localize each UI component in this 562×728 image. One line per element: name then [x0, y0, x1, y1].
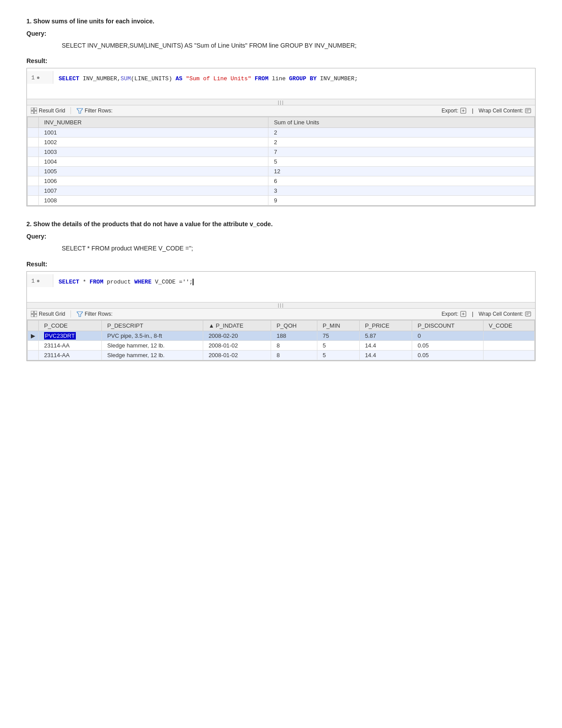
- table-row[interactable]: 10045: [28, 157, 535, 167]
- toolbar-1: Result Grid Filter Rows: Export: | Wrap …: [27, 105, 535, 116]
- svg-rect-8: [525, 108, 531, 113]
- scroll-area-2[interactable]: |||: [27, 302, 535, 309]
- line-number-1: 1 ●: [27, 71, 53, 84]
- result-panel-1: 1 ● SELECT INV_NUMBER,SUM(LINE_UNITS) AS…: [26, 68, 536, 206]
- table-row[interactable]: ▶ PVC23DRT PVC pipe, 3.5-in., 8-ft 2008-…: [28, 331, 535, 340]
- col-p-code: P_CODE: [39, 320, 102, 331]
- export-icon-1: [460, 107, 467, 114]
- svg-rect-3: [34, 111, 37, 114]
- col-v-code: V_CODE: [483, 320, 534, 331]
- col-p-descript: P_DESCRIPT: [102, 320, 203, 331]
- svg-rect-12: [34, 311, 37, 314]
- query-text-2: SELECT * FROM product WHERE V_CODE ='';: [62, 243, 536, 253]
- wrap-icon-1: [525, 107, 532, 114]
- query-label-1: Query:: [26, 30, 536, 37]
- col-p-qoh: P_QOH: [271, 320, 317, 331]
- svg-rect-2: [31, 111, 33, 114]
- table-row[interactable]: 23114-AA Sledge hammer, 12 lb. 2008-01-0…: [28, 340, 535, 350]
- export-label-2: Export:: [442, 311, 458, 317]
- filter-rows-btn-2[interactable]: Filter Rows:: [76, 310, 112, 317]
- sql-editor-2[interactable]: 1 ● SELECT * FROM product WHERE V_CODE =…: [27, 272, 535, 302]
- svg-rect-0: [31, 108, 33, 110]
- table-row[interactable]: 10073: [28, 186, 535, 196]
- grid-icon-2: [30, 310, 37, 317]
- grid-icon-1: [30, 107, 37, 114]
- table-row[interactable]: 100512: [28, 167, 535, 176]
- query-label-2: Query:: [26, 233, 536, 240]
- wrap-cell-btn-1[interactable]: Wrap Cell Content:: [479, 107, 532, 114]
- section-2: 2. Show the details of the products that…: [26, 220, 536, 361]
- svg-rect-13: [31, 314, 33, 317]
- scroll-area-1[interactable]: |||: [27, 99, 535, 105]
- col-p-price: P_PRICE: [359, 320, 412, 331]
- table-header-row-1: INV_NUMBER Sum of Line Units: [28, 117, 535, 128]
- svg-rect-1: [34, 108, 37, 110]
- result-grid-label-2: Result Grid: [39, 311, 65, 317]
- export-btn-2[interactable]: Export:: [442, 310, 467, 317]
- col-p-discount: P_DISCOUNT: [412, 320, 483, 331]
- table-row[interactable]: 10066: [28, 176, 535, 186]
- filter-rows-label-1: Filter Rows:: [85, 108, 112, 114]
- table-row[interactable]: 10022: [28, 138, 535, 147]
- wrap-cell-btn-2[interactable]: Wrap Cell Content:: [479, 310, 532, 317]
- question-1: 1. Show sums of line units for each invo…: [26, 18, 536, 25]
- wrap-cell-label-1: Wrap Cell Content:: [479, 108, 523, 114]
- section-1: 1. Show sums of line units for each invo…: [26, 18, 536, 206]
- sql-code-2[interactable]: SELECT * FROM product WHERE V_CODE ='';: [53, 274, 535, 290]
- wrap-icon-2: [525, 310, 532, 317]
- svg-rect-19: [525, 312, 531, 316]
- result-table-1: INV_NUMBER Sum of Line Units 10012 10022: [27, 116, 535, 206]
- svg-marker-4: [77, 108, 83, 113]
- svg-marker-15: [77, 312, 83, 317]
- question-2: 2. Show the details of the products that…: [26, 220, 536, 228]
- toolbar-2: Result Grid Filter Rows: Export: | Wrap …: [27, 309, 535, 320]
- sep-1a: [71, 107, 71, 114]
- filter-icon-1: [76, 107, 83, 114]
- query-text-1: SELECT INV_NUMBER,SUM(LINE_UNITS) AS "Su…: [62, 41, 536, 50]
- result-label-2: Result:: [26, 261, 536, 268]
- sql-code-1[interactable]: SELECT INV_NUMBER,SUM(LINE_UNITS) AS "Su…: [53, 71, 535, 87]
- wrap-cell-label-2: Wrap Cell Content:: [479, 311, 523, 317]
- export-icon-2: [460, 310, 467, 317]
- export-btn-1[interactable]: Export:: [442, 107, 467, 114]
- sql-editor-1[interactable]: 1 ● SELECT INV_NUMBER,SUM(LINE_UNITS) AS…: [27, 68, 535, 99]
- result-table-2: P_CODE P_DESCRIPT ▲ P_INDATE P_QOH P_MIN…: [27, 320, 535, 361]
- svg-rect-14: [34, 314, 37, 317]
- table-row[interactable]: 23114-AA Sledge hammer, 12 lb. 2008-01-0…: [28, 350, 535, 360]
- export-label-1: Export:: [442, 108, 458, 114]
- result-panel-2: 1 ● SELECT * FROM product WHERE V_CODE =…: [26, 271, 536, 361]
- col-sum-line-units: Sum of Line Units: [268, 117, 535, 128]
- line-number-2: 1 ●: [27, 274, 53, 287]
- col-p-min: P_MIN: [317, 320, 359, 331]
- col-p-indate: ▲ P_INDATE: [203, 320, 271, 331]
- result-grid-btn-2[interactable]: Result Grid: [30, 310, 65, 317]
- table-row[interactable]: 10037: [28, 147, 535, 157]
- table-row[interactable]: 10012: [28, 128, 535, 138]
- table-row[interactable]: 10089: [28, 196, 535, 205]
- result-grid-btn-1[interactable]: Result Grid: [30, 107, 65, 114]
- result-label-1: Result:: [26, 57, 536, 64]
- filter-icon-2: [76, 310, 83, 317]
- table-header-row-2: P_CODE P_DESCRIPT ▲ P_INDATE P_QOH P_MIN…: [28, 320, 535, 331]
- col-inv-number: INV_NUMBER: [39, 117, 268, 128]
- filter-rows-label-2: Filter Rows:: [85, 311, 112, 317]
- svg-rect-11: [31, 311, 33, 314]
- result-grid-label-1: Result Grid: [39, 108, 65, 114]
- filter-rows-btn-1[interactable]: Filter Rows:: [76, 107, 112, 114]
- sep-2a: [71, 310, 71, 317]
